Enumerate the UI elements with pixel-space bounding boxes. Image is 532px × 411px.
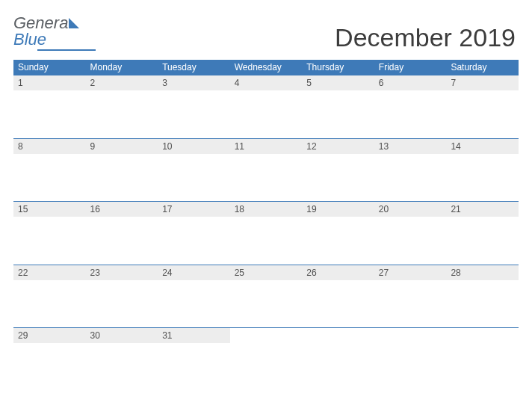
date-cell: 13 bbox=[374, 138, 447, 154]
date-cell: 8 bbox=[13, 138, 86, 154]
logo: Genera Blue bbox=[13, 15, 80, 48]
date-cell-empty bbox=[302, 328, 374, 344]
weekday-header: Friday bbox=[374, 60, 447, 75]
date-cell: 30 bbox=[86, 328, 158, 344]
date-cell: 19 bbox=[302, 202, 374, 217]
date-cell: 9 bbox=[86, 138, 158, 154]
date-cell: 29 bbox=[13, 328, 86, 344]
date-cell: 15 bbox=[13, 202, 86, 217]
date-cell: 23 bbox=[86, 265, 158, 280]
date-cell-empty bbox=[446, 328, 519, 344]
date-cell: 10 bbox=[158, 138, 230, 154]
weekday-header: Sunday bbox=[13, 60, 86, 75]
weekday-header: Thursday bbox=[302, 60, 374, 75]
body-row bbox=[13, 343, 519, 391]
date-cell-empty bbox=[374, 328, 447, 344]
logo-text-blue: Blue bbox=[13, 30, 46, 49]
weekday-header: Wednesday bbox=[230, 60, 303, 75]
logo-triangle-icon bbox=[69, 15, 79, 31]
date-cell: 25 bbox=[230, 265, 303, 280]
date-cell: 3 bbox=[158, 75, 230, 91]
date-cell: 5 bbox=[302, 75, 374, 91]
date-cell: 20 bbox=[374, 202, 447, 217]
weekday-header: Tuesday bbox=[158, 60, 230, 75]
date-cell: 6 bbox=[374, 75, 447, 91]
date-cell: 18 bbox=[230, 202, 303, 217]
date-cell: 14 bbox=[446, 138, 519, 154]
date-cell: 7 bbox=[446, 75, 519, 91]
date-cell: 4 bbox=[230, 75, 303, 91]
body-row bbox=[13, 154, 519, 202]
date-row: 8 9 10 11 12 13 14 bbox=[13, 138, 519, 154]
body-row bbox=[13, 90, 519, 138]
date-cell: 26 bbox=[302, 265, 374, 280]
date-row: 15 16 17 18 19 20 21 bbox=[13, 202, 519, 217]
weekday-header: Monday bbox=[86, 60, 158, 75]
svg-marker-0 bbox=[69, 18, 79, 28]
date-cell: 28 bbox=[446, 265, 519, 280]
body-row bbox=[13, 217, 519, 265]
date-row: 29 30 31 bbox=[13, 328, 519, 344]
date-cell: 27 bbox=[374, 265, 447, 280]
date-row: 1 2 3 4 5 6 7 bbox=[13, 75, 519, 91]
date-cell: 16 bbox=[86, 202, 158, 217]
date-cell-empty bbox=[230, 328, 303, 344]
date-row: 22 23 24 25 26 27 28 bbox=[13, 265, 519, 280]
logo-underline bbox=[37, 49, 96, 51]
weekday-header: Saturday bbox=[446, 60, 519, 75]
date-cell: 31 bbox=[158, 328, 230, 344]
date-cell: 24 bbox=[158, 265, 230, 280]
weekday-header-row: Sunday Monday Tuesday Wednesday Thursday… bbox=[13, 60, 519, 75]
date-cell: 2 bbox=[86, 75, 158, 91]
date-cell: 11 bbox=[230, 138, 303, 154]
date-cell: 1 bbox=[13, 75, 86, 91]
body-row bbox=[13, 280, 519, 328]
date-cell: 17 bbox=[158, 202, 230, 217]
date-cell: 22 bbox=[13, 265, 86, 280]
calendar-header: Genera Blue December 2019 bbox=[13, 15, 519, 52]
calendar-title: December 2019 bbox=[335, 23, 516, 52]
calendar-table: Sunday Monday Tuesday Wednesday Thursday… bbox=[13, 60, 519, 391]
date-cell: 21 bbox=[446, 202, 519, 217]
date-cell: 12 bbox=[302, 138, 374, 154]
